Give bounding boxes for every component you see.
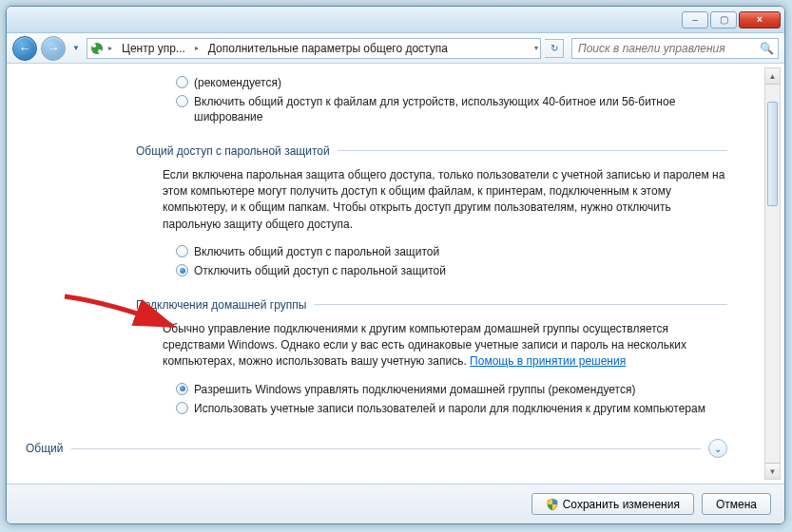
radio-icon (176, 76, 188, 88)
control-panel-window: – ▢ × ← → ▼ ▸ Центр упр... ▸ Дополнитель… (6, 6, 785, 524)
radio-icon (176, 95, 188, 107)
navbar: ← → ▼ ▸ Центр упр... ▸ Дополнительные па… (7, 33, 784, 64)
settings-inner: (рекомендуется) Включить общий доступ к … (149, 73, 727, 458)
cancel-button[interactable]: Отмена (702, 493, 771, 515)
svg-point-1 (92, 44, 96, 48)
breadcrumb-item[interactable]: Дополнительные параметры общего доступа (203, 39, 454, 58)
titlebar: – ▢ × (7, 7, 784, 33)
forward-button[interactable]: → (41, 36, 66, 61)
section-description: Если включена парольная защита общего до… (163, 167, 727, 234)
scroll-up-button[interactable]: ▲ (765, 68, 780, 85)
profile-label: Общий (26, 442, 64, 455)
button-label: Отмена (716, 498, 757, 511)
scroll-down-button[interactable]: ▼ (765, 463, 780, 479)
radio-option-homegroup-windows[interactable]: Разрешить Windows управлять подключениям… (176, 380, 727, 399)
search-box[interactable]: 🔍 (571, 38, 779, 59)
close-icon: × (757, 14, 763, 25)
radio-label: Разрешить Windows управлять подключениям… (194, 382, 635, 397)
expand-chevron-button[interactable]: ⌄ (708, 439, 727, 458)
divider (338, 150, 727, 151)
button-label: Сохранить изменения (563, 498, 680, 511)
save-changes-button[interactable]: Сохранить изменения (531, 493, 694, 515)
nav-history-dropdown[interactable]: ▼ (69, 38, 83, 59)
forward-arrow-icon: → (48, 41, 60, 55)
minimize-button[interactable]: – (682, 11, 708, 28)
radio-label: Отключить общий доступ с парольной защит… (194, 263, 446, 278)
radio-label: Использовать учетные записи пользователе… (194, 401, 705, 416)
address-dropdown-icon[interactable]: ▾ (534, 44, 538, 52)
chevron-down-icon: ▼ (72, 44, 80, 52)
help-link[interactable]: Помощь в принятии решения (470, 354, 626, 368)
uac-shield-icon (546, 498, 559, 511)
radio-icon (176, 402, 188, 414)
radio-label: (рекомендуется) (194, 75, 281, 90)
search-input[interactable] (576, 41, 760, 56)
chevron-down-icon: ⌄ (714, 444, 722, 454)
radio-option-homegroup-user[interactable]: Использовать учетные записи пользователе… (176, 399, 727, 418)
profile-section-header[interactable]: Общий ⌄ (26, 439, 727, 458)
refresh-button[interactable]: ↻ (545, 39, 564, 58)
back-arrow-icon: ← (19, 41, 31, 55)
breadcrumb-item[interactable]: Центр упр... (116, 39, 191, 58)
maximize-icon: ▢ (720, 14, 728, 25)
footer-bar: Сохранить изменения Отмена (7, 484, 784, 523)
section-title: Общий доступ с парольной защитой (136, 144, 330, 158)
section-header-homegroup: Подключения домашней группы (136, 298, 727, 312)
svg-point-2 (98, 49, 102, 53)
radio-option-encryption-legacy[interactable]: Включить общий доступ к файлам для устро… (176, 92, 727, 126)
radio-label: Включить общий доступ к файлам для устро… (194, 94, 727, 124)
radio-option-password-on[interactable]: Включить общий доступ с парольной защито… (176, 242, 727, 261)
radio-icon (176, 245, 188, 257)
chevron-right-icon: ▸ (195, 44, 199, 52)
radio-option-password-off[interactable]: Отключить общий доступ с парольной защит… (176, 261, 727, 280)
content-pane: (рекомендуется) Включить общий доступ к … (7, 64, 784, 484)
section-title: Подключения домашней группы (136, 298, 306, 312)
radio-icon (176, 264, 188, 276)
chevron-right-icon: ▸ (108, 44, 112, 52)
radio-icon (176, 383, 188, 395)
divider (314, 304, 727, 305)
radio-option-encryption-recommended[interactable]: (рекомендуется) (176, 73, 727, 92)
scroll-thumb[interactable] (767, 102, 778, 206)
search-icon: 🔍 (760, 42, 774, 55)
divider (71, 448, 702, 449)
back-button[interactable]: ← (12, 36, 37, 61)
close-button[interactable]: × (739, 11, 781, 28)
vertical-scrollbar[interactable]: ▲ ▼ (764, 67, 781, 480)
minimize-icon: – (692, 14, 698, 25)
section-header-password: Общий доступ с парольной защитой (136, 144, 727, 158)
maximize-button[interactable]: ▢ (710, 11, 737, 28)
radio-label: Включить общий доступ с парольной защито… (194, 244, 439, 259)
refresh-icon: ↻ (551, 43, 558, 53)
address-bar[interactable]: ▸ Центр упр... ▸ Дополнительные параметр… (87, 38, 541, 59)
network-sharing-icon (89, 41, 105, 56)
section-description: Обычно управление подключениями к другим… (163, 321, 727, 370)
